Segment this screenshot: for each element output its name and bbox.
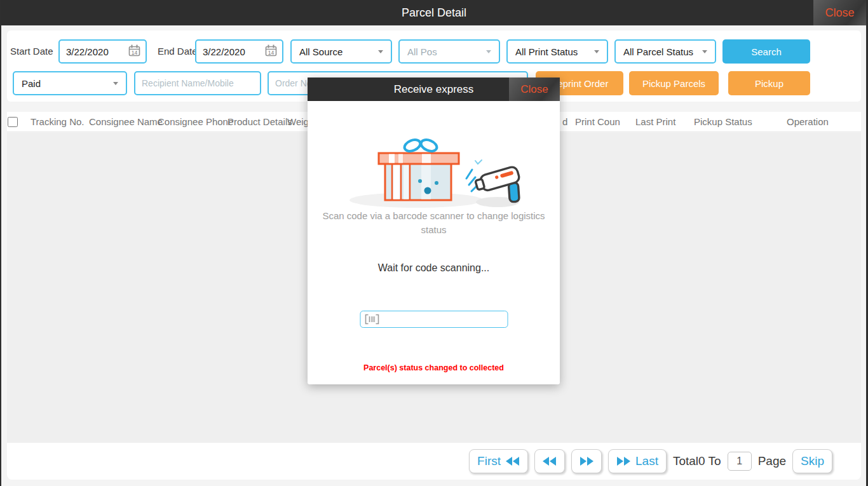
col-product-details: Product Details	[227, 112, 292, 132]
double-left-arrow-icon	[506, 457, 520, 466]
scan-status-message: Parcel(s) status changed to collected	[308, 363, 560, 372]
barcode-icon	[364, 314, 379, 325]
col-consignee-name: Consignee Name	[89, 112, 163, 132]
search-button[interactable]: Search	[722, 39, 810, 64]
col-last-print: Last Print	[635, 112, 675, 132]
parcel-status-select[interactable]: All Parcel Status	[614, 39, 716, 64]
double-left-arrow-icon	[543, 457, 557, 466]
skip-label: Skip	[801, 454, 824, 468]
col-print-count: Print Coun	[575, 112, 620, 132]
start-date-field[interactable]: 14	[58, 39, 147, 64]
double-right-arrow-icon	[580, 457, 593, 466]
prev-page-button[interactable]	[534, 449, 565, 473]
pos-select[interactable]: All Pos	[398, 39, 500, 64]
receive-express-modal: Receive express Close	[308, 78, 560, 384]
col-partial-d: d	[562, 112, 567, 132]
pos-select-value: All Pos	[407, 46, 437, 57]
source-select-value: All Source	[299, 46, 342, 57]
page-title: Parcel Detail	[0, 0, 868, 25]
start-date-label: Start Date	[10, 39, 53, 64]
svg-text:14: 14	[268, 49, 275, 55]
paid-select-value: Paid	[22, 78, 41, 89]
first-page-button[interactable]: First	[469, 449, 528, 473]
next-page-button[interactable]	[571, 449, 602, 473]
col-operation: Operation	[787, 112, 829, 132]
chevron-down-icon	[702, 50, 707, 53]
select-all-checkbox[interactable]	[8, 117, 18, 127]
scan-hint-text: Scan code via a barcode scanner to chang…	[308, 209, 560, 237]
recipient-field[interactable]	[134, 71, 261, 95]
chevron-down-icon	[378, 50, 383, 53]
last-page-button[interactable]: Last	[608, 449, 667, 473]
chevron-down-icon	[486, 50, 491, 53]
parcel-status-select-value: All Parcel Status	[623, 46, 693, 57]
skip-button[interactable]: Skip	[792, 449, 832, 473]
col-consignee-phone: Consignee Phone	[158, 112, 233, 132]
recipient-input[interactable]	[142, 78, 254, 88]
end-date-input[interactable]	[203, 46, 260, 57]
page-label: Page	[758, 454, 786, 468]
pickup-parcels-button[interactable]: Pickup Parcels	[629, 71, 719, 95]
calendar-icon[interactable]: 14	[265, 44, 277, 59]
end-date-field[interactable]: 14	[195, 39, 283, 64]
paid-select[interactable]: Paid	[13, 71, 127, 95]
pickup-button[interactable]: Pickup	[728, 71, 810, 95]
window-left-edge	[0, 0, 1, 486]
wait-text: Wait for code scanning...	[308, 262, 560, 274]
modal-body: Scan code via a barcode scanner to chang…	[308, 101, 560, 384]
total-text: Total0 To	[673, 454, 721, 468]
calendar-icon[interactable]: 14	[128, 44, 140, 59]
page-number-input[interactable]	[728, 452, 752, 471]
pagination-bar: First Last Total0 To Page Skip	[7, 443, 861, 480]
scan-code-input[interactable]	[379, 314, 503, 324]
col-pickup-status: Pickup Status	[694, 112, 752, 132]
col-tracking-no: Tracking No.	[31, 112, 84, 132]
last-page-label: Last	[635, 454, 658, 468]
end-date-label: End Date	[158, 39, 198, 64]
window-close-button[interactable]: Close	[813, 0, 866, 25]
source-select[interactable]: All Source	[290, 39, 392, 64]
parcel-detail-window: Parcel Detail Close Start Date 14 End Da…	[0, 0, 868, 486]
first-page-label: First	[477, 454, 501, 468]
chevron-down-icon	[594, 50, 599, 53]
chevron-down-icon	[113, 82, 118, 85]
print-status-select-value: All Print Status	[515, 46, 578, 57]
title-bar: Parcel Detail Close	[0, 0, 868, 25]
print-status-select[interactable]: All Print Status	[506, 39, 608, 64]
modal-close-button[interactable]: Close	[509, 78, 560, 101]
scan-code-field[interactable]	[360, 311, 508, 328]
svg-text:14: 14	[132, 49, 138, 55]
modal-header: Receive express Close	[308, 78, 560, 101]
double-right-arrow-icon	[616, 457, 630, 466]
gift-box-scanner-illustration	[345, 134, 523, 209]
start-date-input[interactable]	[66, 46, 123, 57]
